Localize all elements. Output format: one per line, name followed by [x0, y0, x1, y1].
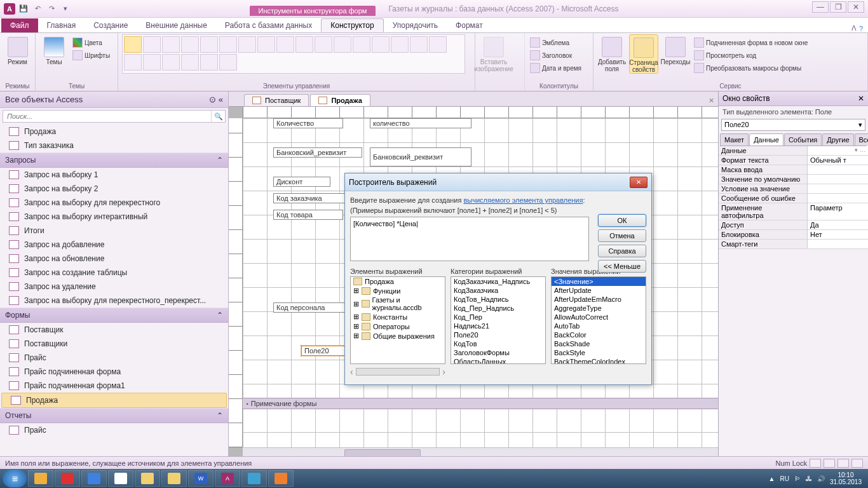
start-button[interactable]: ⊞ [3, 470, 27, 487]
collapse-icon[interactable]: ⌃ [217, 311, 223, 320]
list-item[interactable]: Код_Пер [451, 313, 545, 322]
ribbon-tab[interactable]: Работа с базами данных [216, 18, 321, 32]
file-tab[interactable]: Файл [1, 18, 38, 32]
property-row[interactable]: Смарт-теги [719, 240, 868, 249]
tab-order-button[interactable]: Переходы [661, 34, 690, 65]
nav-item[interactable]: Прайс подчиненная форма1 [0, 379, 228, 393]
control-nav-icon[interactable] [257, 36, 275, 53]
nav-item[interactable]: Запрос на выборку 1 [0, 168, 228, 182]
nav-item[interactable]: Продажа [1, 393, 227, 408]
dropdown-icon[interactable]: ⊙ « [209, 95, 223, 104]
ribbon-tab-active[interactable]: Конструктор [321, 18, 383, 32]
qat-customize-icon[interactable]: ▾ [60, 3, 71, 15]
taskbar-app[interactable] [268, 470, 294, 487]
save-icon[interactable]: 💾 [18, 3, 29, 15]
list-item[interactable]: Код_Пер_Надпись [451, 304, 545, 313]
list-item[interactable]: ⊞ Газеты и журналы.accdb [351, 295, 445, 312]
taskbar-app[interactable]: A [215, 470, 240, 487]
view-form-icon[interactable] [810, 459, 821, 468]
datetime-button[interactable]: Дата и время [529, 62, 583, 74]
nav-item[interactable]: Запрос на добавление [0, 238, 228, 252]
subform-button[interactable]: Подчиненная форма в новом окне [693, 37, 809, 48]
help-button[interactable]: Справка [598, 245, 646, 257]
view-code-button[interactable]: Просмотреть код [693, 50, 809, 61]
textbox-control[interactable]: количество [370, 118, 471, 128]
document-tab-active[interactable]: Продажа [310, 94, 370, 106]
control-rect-icon[interactable] [410, 36, 428, 53]
title-button[interactable]: Заголовок [529, 50, 583, 61]
taskbar-app[interactable] [81, 470, 107, 487]
nav-item[interactable]: Запрос на создание таблицы [0, 266, 228, 280]
label-control[interactable]: Код заказчика [273, 193, 349, 203]
categories-list[interactable]: КодЗаказчика_НадписьКодЗаказчикаКодТов_Н… [451, 276, 546, 364]
ribbon-tab[interactable]: Главная [38, 18, 85, 32]
property-row[interactable]: ДоступДа [719, 220, 868, 230]
property-row[interactable]: Применение автофильтраПараметр [719, 203, 868, 220]
ok-button[interactable]: ОК [598, 214, 646, 227]
property-row[interactable]: Значение по умолчанию [719, 175, 868, 184]
control-tab-icon[interactable] [200, 36, 218, 53]
nav-item[interactable]: Поставщик [0, 323, 228, 337]
less-button[interactable]: << Меньше [598, 260, 646, 273]
ribbon-tab[interactable]: Формат [447, 18, 492, 32]
control-attachment-icon[interactable] [143, 54, 161, 71]
prop-tab[interactable]: Все [855, 133, 868, 146]
nav-item-table[interactable]: Тип заказчика [0, 139, 228, 152]
list-item[interactable]: ЗаголовокФормы [451, 348, 545, 357]
list-item[interactable]: ⊞ Операторы [351, 322, 445, 331]
list-item[interactable]: Надпись21 [451, 322, 545, 330]
label-control[interactable]: Код товара [273, 210, 343, 220]
list-item[interactable]: <Значение> [552, 277, 646, 286]
logo-button[interactable]: Эмблема [529, 37, 583, 48]
list-item[interactable]: ⊞ Константы [351, 312, 445, 322]
taskbar-app[interactable] [161, 470, 187, 487]
list-item[interactable]: КодЗаказчика [451, 286, 545, 295]
redo-icon[interactable]: ↷ [46, 3, 57, 15]
view-layout-icon[interactable] [837, 459, 849, 468]
calculated-control-link[interactable]: вычисляемого элемента управления [463, 196, 583, 204]
nav-item-table[interactable]: Продажа [0, 125, 228, 139]
control-checkbox-icon[interactable] [429, 36, 447, 53]
view-datasheet-icon[interactable] [824, 459, 835, 468]
list-item[interactable]: ⊞ Общие выражения [351, 331, 445, 341]
control-textbox-icon[interactable] [143, 36, 161, 53]
control-listbox-icon[interactable] [391, 36, 409, 53]
control-pagebreak-icon[interactable] [295, 36, 313, 53]
list-item[interactable]: КодТов [451, 339, 545, 348]
nav-section-forms[interactable]: Формы⌃ [0, 308, 228, 323]
nav-item[interactable]: Запрос на выборку 2 [0, 182, 228, 196]
property-row[interactable]: Данные▾ … [719, 146, 868, 156]
label-control[interactable]: Банковский_реквизит [273, 147, 362, 158]
control-web-icon[interactable] [238, 36, 256, 53]
undo-icon[interactable]: ↶ [32, 3, 43, 15]
nav-item[interactable]: Поставщики [0, 337, 228, 351]
list-item[interactable]: AfterUpdateEmMacro [552, 295, 646, 304]
ribbon-tab[interactable]: Внешние данные [137, 18, 216, 32]
control-group-icon[interactable] [276, 36, 294, 53]
taskbar-app[interactable] [28, 470, 53, 487]
property-row[interactable]: Формат текстаОбычный т [719, 156, 868, 165]
list-item[interactable]: Продажа [351, 277, 445, 286]
minimize-ribbon-icon[interactable]: ᐱ [851, 24, 857, 32]
label-control[interactable]: Код персонала [273, 302, 349, 313]
control-line-icon[interactable] [353, 36, 370, 53]
tray-icon[interactable]: 🏳 [794, 475, 801, 482]
fonts-button[interactable]: Шрифты [71, 50, 111, 61]
list-item[interactable]: BackColor [552, 330, 646, 339]
property-row[interactable]: Условие на значение [719, 184, 868, 194]
property-sheet-button[interactable]: Страница свойств [629, 34, 658, 74]
close-button[interactable]: ✕ [848, 1, 864, 13]
control-hyperlink-icon[interactable] [219, 36, 237, 53]
close-icon[interactable]: ✕ [858, 94, 864, 103]
collapse-icon[interactable]: ⌃ [217, 411, 223, 420]
prop-tab-active[interactable]: Данные [749, 133, 783, 146]
nav-item[interactable]: Прайс [0, 351, 228, 365]
control-unbound-icon[interactable] [124, 54, 142, 71]
nav-item[interactable]: Запрос на выборку для перекрестного_пере… [0, 294, 228, 308]
list-item[interactable]: Поле20 [451, 330, 545, 339]
colors-button[interactable]: Цвета [71, 37, 111, 48]
dialog-close-button[interactable]: ✕ [630, 177, 648, 188]
elements-list[interactable]: Продажа⊞ Функции⊞ Газеты и журналы.accdb… [350, 276, 445, 364]
minimize-button[interactable]: — [812, 1, 829, 13]
taskbar-app[interactable] [241, 470, 267, 487]
